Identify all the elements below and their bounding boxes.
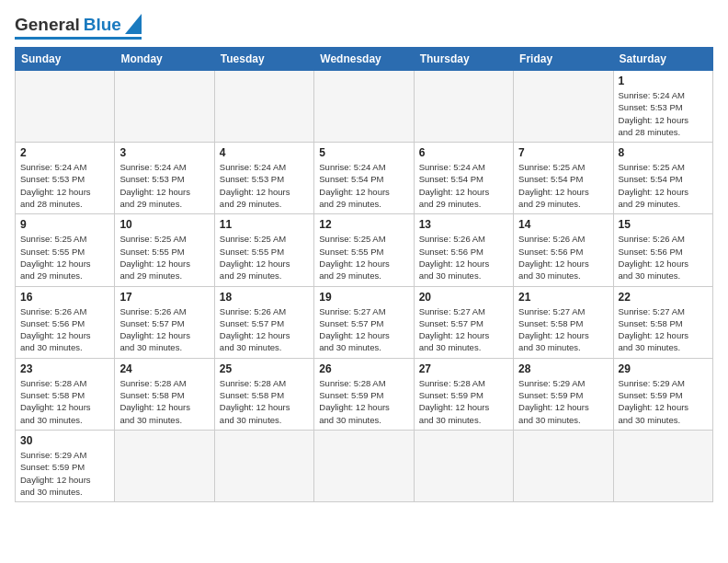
calendar-day-cell: 9Sunrise: 5:25 AM Sunset: 5:55 PM Daylig… bbox=[16, 214, 115, 286]
calendar-day-cell: 11Sunrise: 5:25 AM Sunset: 5:55 PM Dayli… bbox=[214, 214, 313, 286]
day-number: 12 bbox=[319, 218, 408, 231]
day-info: Sunrise: 5:26 AM Sunset: 5:57 PM Dayligh… bbox=[119, 305, 209, 354]
day-info: Sunrise: 5:28 AM Sunset: 5:58 PM Dayligh… bbox=[119, 377, 209, 426]
day-info: Sunrise: 5:25 AM Sunset: 5:55 PM Dayligh… bbox=[220, 233, 309, 282]
day-number: 10 bbox=[119, 218, 209, 231]
day-info: Sunrise: 5:29 AM Sunset: 5:59 PM Dayligh… bbox=[20, 449, 109, 498]
calendar-day-cell: 7Sunrise: 5:25 AM Sunset: 5:54 PM Daylig… bbox=[514, 143, 613, 214]
day-info: Sunrise: 5:24 AM Sunset: 5:53 PM Dayligh… bbox=[20, 161, 109, 210]
day-number: 27 bbox=[419, 362, 508, 375]
day-info: Sunrise: 5:27 AM Sunset: 5:58 PM Dayligh… bbox=[518, 305, 608, 354]
calendar-day-cell: 22Sunrise: 5:27 AM Sunset: 5:58 PM Dayli… bbox=[613, 286, 712, 358]
calendar-header-monday: Monday bbox=[115, 48, 214, 71]
day-info: Sunrise: 5:26 AM Sunset: 5:56 PM Dayligh… bbox=[419, 233, 508, 282]
calendar-header-thursday: Thursday bbox=[414, 48, 513, 71]
day-number: 18 bbox=[220, 291, 309, 304]
logo-blue-text: Blue bbox=[84, 15, 121, 35]
calendar-day-cell: 3Sunrise: 5:24 AM Sunset: 5:53 PM Daylig… bbox=[115, 143, 214, 214]
svg-marker-0 bbox=[125, 14, 142, 34]
calendar-day-cell: 23Sunrise: 5:28 AM Sunset: 5:58 PM Dayli… bbox=[16, 358, 115, 430]
calendar-day-cell: 1Sunrise: 5:24 AM Sunset: 5:53 PM Daylig… bbox=[613, 71, 712, 143]
calendar-day-cell: 4Sunrise: 5:24 AM Sunset: 5:53 PM Daylig… bbox=[214, 143, 313, 214]
calendar-day-cell bbox=[314, 71, 414, 143]
calendar-day-cell: 28Sunrise: 5:29 AM Sunset: 5:59 PM Dayli… bbox=[514, 358, 613, 430]
calendar-week-row: 1Sunrise: 5:24 AM Sunset: 5:53 PM Daylig… bbox=[16, 71, 713, 143]
day-info: Sunrise: 5:25 AM Sunset: 5:54 PM Dayligh… bbox=[619, 161, 708, 210]
day-number: 11 bbox=[220, 218, 309, 231]
day-number: 30 bbox=[20, 434, 109, 447]
calendar-day-cell bbox=[514, 430, 613, 501]
logo-general-text: General bbox=[15, 15, 80, 35]
day-info: Sunrise: 5:24 AM Sunset: 5:54 PM Dayligh… bbox=[319, 161, 408, 210]
day-number: 20 bbox=[419, 291, 508, 304]
day-number: 17 bbox=[119, 291, 209, 304]
calendar-day-cell: 5Sunrise: 5:24 AM Sunset: 5:54 PM Daylig… bbox=[314, 143, 414, 214]
calendar-day-cell: 6Sunrise: 5:24 AM Sunset: 5:54 PM Daylig… bbox=[414, 143, 513, 214]
calendar-week-row: 23Sunrise: 5:28 AM Sunset: 5:58 PM Dayli… bbox=[16, 358, 713, 430]
day-number: 6 bbox=[419, 146, 508, 159]
day-info: Sunrise: 5:27 AM Sunset: 5:58 PM Dayligh… bbox=[619, 305, 708, 354]
calendar-day-cell: 15Sunrise: 5:26 AM Sunset: 5:56 PM Dayli… bbox=[613, 214, 712, 286]
calendar-header-sunday: Sunday bbox=[16, 48, 115, 71]
calendar-day-cell: 21Sunrise: 5:27 AM Sunset: 5:58 PM Dayli… bbox=[514, 286, 613, 358]
day-number: 22 bbox=[619, 291, 708, 304]
page-header: General Blue bbox=[15, 15, 713, 40]
day-info: Sunrise: 5:27 AM Sunset: 5:57 PM Dayligh… bbox=[319, 305, 408, 354]
day-number: 29 bbox=[619, 362, 708, 375]
day-number: 13 bbox=[419, 218, 508, 231]
day-info: Sunrise: 5:26 AM Sunset: 5:56 PM Dayligh… bbox=[518, 233, 608, 282]
day-number: 15 bbox=[619, 218, 708, 231]
day-info: Sunrise: 5:28 AM Sunset: 5:58 PM Dayligh… bbox=[20, 377, 109, 426]
calendar-header-friday: Friday bbox=[514, 48, 613, 71]
day-number: 24 bbox=[119, 362, 209, 375]
day-info: Sunrise: 5:26 AM Sunset: 5:56 PM Dayligh… bbox=[619, 233, 708, 282]
day-info: Sunrise: 5:25 AM Sunset: 5:55 PM Dayligh… bbox=[119, 233, 209, 282]
day-number: 25 bbox=[220, 362, 309, 375]
day-number: 14 bbox=[518, 218, 608, 231]
calendar-day-cell: 26Sunrise: 5:28 AM Sunset: 5:59 PM Dayli… bbox=[314, 358, 414, 430]
calendar-day-cell: 17Sunrise: 5:26 AM Sunset: 5:57 PM Dayli… bbox=[115, 286, 214, 358]
day-info: Sunrise: 5:26 AM Sunset: 5:56 PM Dayligh… bbox=[20, 305, 109, 354]
calendar-table: SundayMondayTuesdayWednesdayThursdayFrid… bbox=[15, 47, 713, 502]
calendar-day-cell: 2Sunrise: 5:24 AM Sunset: 5:53 PM Daylig… bbox=[16, 143, 115, 214]
day-info: Sunrise: 5:24 AM Sunset: 5:53 PM Dayligh… bbox=[119, 161, 209, 210]
calendar-day-cell bbox=[514, 71, 613, 143]
day-info: Sunrise: 5:28 AM Sunset: 5:59 PM Dayligh… bbox=[319, 377, 408, 426]
day-number: 7 bbox=[518, 146, 608, 159]
calendar-day-cell: 13Sunrise: 5:26 AM Sunset: 5:56 PM Dayli… bbox=[414, 214, 513, 286]
calendar-week-row: 30Sunrise: 5:29 AM Sunset: 5:59 PM Dayli… bbox=[16, 430, 713, 501]
day-info: Sunrise: 5:24 AM Sunset: 5:53 PM Dayligh… bbox=[619, 89, 708, 138]
day-info: Sunrise: 5:24 AM Sunset: 5:53 PM Dayligh… bbox=[220, 161, 309, 210]
day-info: Sunrise: 5:24 AM Sunset: 5:54 PM Dayligh… bbox=[419, 161, 508, 210]
calendar-day-cell: 29Sunrise: 5:29 AM Sunset: 5:59 PM Dayli… bbox=[613, 358, 712, 430]
day-number: 3 bbox=[119, 146, 209, 159]
calendar-week-row: 16Sunrise: 5:26 AM Sunset: 5:56 PM Dayli… bbox=[16, 286, 713, 358]
day-number: 23 bbox=[20, 362, 109, 375]
day-number: 9 bbox=[20, 218, 109, 231]
day-info: Sunrise: 5:29 AM Sunset: 5:59 PM Dayligh… bbox=[619, 377, 708, 426]
day-number: 8 bbox=[619, 146, 708, 159]
calendar-day-cell: 16Sunrise: 5:26 AM Sunset: 5:56 PM Dayli… bbox=[16, 286, 115, 358]
day-number: 5 bbox=[319, 146, 408, 159]
calendar-day-cell: 19Sunrise: 5:27 AM Sunset: 5:57 PM Dayli… bbox=[314, 286, 414, 358]
day-info: Sunrise: 5:26 AM Sunset: 5:57 PM Dayligh… bbox=[220, 305, 309, 354]
calendar-day-cell: 20Sunrise: 5:27 AM Sunset: 5:57 PM Dayli… bbox=[414, 286, 513, 358]
calendar-header-row: SundayMondayTuesdayWednesdayThursdayFrid… bbox=[16, 48, 713, 71]
day-number: 26 bbox=[319, 362, 408, 375]
calendar-day-cell bbox=[115, 430, 214, 501]
day-info: Sunrise: 5:28 AM Sunset: 5:59 PM Dayligh… bbox=[419, 377, 508, 426]
day-info: Sunrise: 5:25 AM Sunset: 5:55 PM Dayligh… bbox=[319, 233, 408, 282]
calendar-day-cell: 18Sunrise: 5:26 AM Sunset: 5:57 PM Dayli… bbox=[214, 286, 313, 358]
calendar-header-wednesday: Wednesday bbox=[314, 48, 414, 71]
day-number: 16 bbox=[20, 291, 109, 304]
calendar-day-cell: 30Sunrise: 5:29 AM Sunset: 5:59 PM Dayli… bbox=[16, 430, 115, 501]
calendar-day-cell: 8Sunrise: 5:25 AM Sunset: 5:54 PM Daylig… bbox=[613, 143, 712, 214]
day-info: Sunrise: 5:27 AM Sunset: 5:57 PM Dayligh… bbox=[419, 305, 508, 354]
logo-triangle-icon bbox=[125, 14, 142, 34]
day-number: 19 bbox=[319, 291, 408, 304]
calendar-week-row: 2Sunrise: 5:24 AM Sunset: 5:53 PM Daylig… bbox=[16, 143, 713, 214]
calendar-day-cell bbox=[414, 430, 513, 501]
day-info: Sunrise: 5:25 AM Sunset: 5:55 PM Dayligh… bbox=[20, 233, 109, 282]
calendar-day-cell: 24Sunrise: 5:28 AM Sunset: 5:58 PM Dayli… bbox=[115, 358, 214, 430]
calendar-day-cell bbox=[214, 430, 313, 501]
